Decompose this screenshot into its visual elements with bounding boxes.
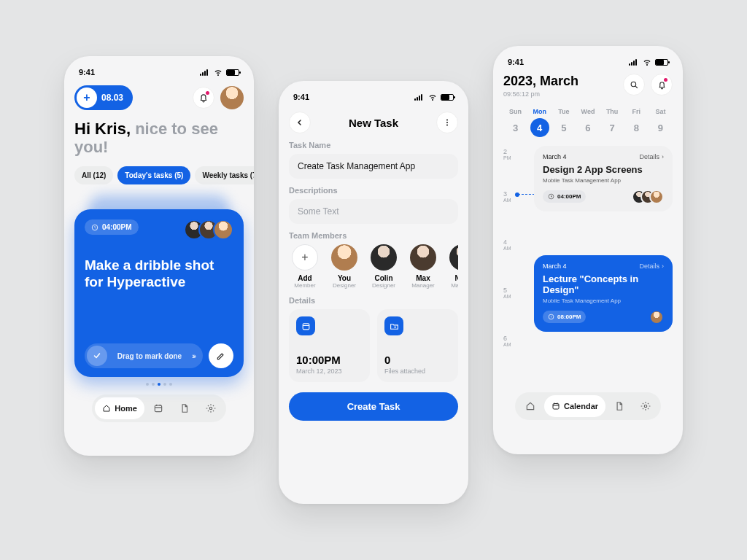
- create-task-button[interactable]: Create Task: [289, 392, 458, 421]
- svg-rect-10: [553, 404, 559, 410]
- member-colin[interactable]: Colin Designer: [368, 244, 400, 289]
- add-member-button[interactable]: + Add Member: [289, 244, 321, 289]
- status-bar: 9:41: [289, 91, 458, 109]
- chevrons-icon: ›››: [192, 352, 201, 360]
- swipe-knob[interactable]: [87, 346, 107, 366]
- chip-today[interactable]: Today's tasks (5): [117, 166, 190, 184]
- task-name-input[interactable]: Create Task Management App: [289, 154, 458, 179]
- hour-label: 6AM: [503, 335, 511, 347]
- tab-home[interactable]: [518, 395, 543, 417]
- battery-icon: [441, 94, 454, 101]
- calendar-screen: 9:41 2023, March 09:56:12 pm Sun3 Mon4 T…: [493, 46, 683, 454]
- weekday-tue[interactable]: Tue5: [551, 108, 576, 137]
- weekday-fri[interactable]: Fri8: [624, 108, 649, 137]
- bell-icon: [198, 93, 209, 103]
- pencil-icon: [216, 351, 226, 361]
- home-screen: 9:41 + 08.03 Hi Kris, nice to see you!: [64, 56, 254, 456]
- event-details-link[interactable]: Details ›: [639, 153, 664, 160]
- notifications-button[interactable]: [651, 74, 673, 96]
- edit-task-button[interactable]: [209, 343, 233, 368]
- page-title: New Task: [349, 117, 398, 129]
- check-icon: [93, 351, 101, 360]
- hour-label: 3AM: [503, 191, 511, 203]
- tab-calendar[interactable]: Calendar: [544, 395, 605, 417]
- detail-time-card[interactable]: 10:00PM March 12, 2023: [289, 309, 370, 382]
- current-time: 09:56:12 pm: [503, 90, 578, 98]
- avatar: [213, 219, 233, 240]
- weekday-mon[interactable]: Mon4: [527, 108, 551, 137]
- chip-all[interactable]: All (12): [74, 166, 113, 184]
- swipe-done-track[interactable]: Drag to mark done ›››: [85, 343, 203, 368]
- member-you[interactable]: You Designer: [328, 244, 360, 289]
- hour-label: 2PM: [503, 149, 511, 160]
- task-card-stack: 04:00PM Make a dribble shot for Hyperact…: [74, 196, 244, 377]
- event-card-lecture[interactable]: March 4Details › Lecture "Concepts in De…: [534, 255, 673, 332]
- tab-settings[interactable]: [633, 395, 658, 417]
- back-button[interactable]: [289, 112, 311, 133]
- gear-icon: [640, 401, 651, 411]
- svg-point-7: [631, 82, 636, 87]
- clock-icon: [548, 193, 554, 200]
- chip-weekly[interactable]: Weekly tasks (7): [195, 166, 254, 184]
- weekday-sat[interactable]: Sat9: [649, 108, 673, 137]
- description-input[interactable]: Some Text: [289, 199, 458, 224]
- greeting-name: Hi Kris,: [74, 120, 131, 138]
- weekday-thu[interactable]: Thu7: [600, 108, 624, 137]
- event-title: Lecture "Concepts in Design": [543, 274, 664, 296]
- new-task-screen: 9:41 New Task Task Name Create Task Mana…: [279, 81, 468, 504]
- more-button[interactable]: [436, 112, 458, 133]
- wifi-icon: [428, 93, 437, 101]
- calendar-icon: [296, 316, 315, 335]
- calendar-icon: [551, 402, 560, 411]
- clock-icon: [548, 314, 554, 320]
- tab-calendar[interactable]: [146, 397, 171, 419]
- detail-files-card[interactable]: 0 Files attached: [377, 309, 458, 382]
- svg-point-4: [446, 122, 448, 123]
- event-card-design-screens[interactable]: March 4Details › Design 2 App Screens Mo…: [534, 146, 673, 211]
- plus-icon: +: [292, 244, 318, 271]
- swipe-label: Drag to mark done: [107, 352, 192, 360]
- home-icon: [102, 404, 111, 413]
- tab-files[interactable]: [607, 395, 632, 417]
- svg-point-5: [446, 125, 448, 126]
- event-assignees: [649, 310, 664, 324]
- plus-icon: +: [77, 88, 97, 108]
- filter-chips: All (12) Today's tasks (5) Weekly tasks …: [74, 166, 244, 184]
- date-add-pill[interactable]: + 08.03: [74, 85, 133, 110]
- task-time-chip: 04:00PM: [85, 219, 139, 235]
- weekday-wed[interactable]: Wed6: [576, 108, 600, 137]
- svg-point-2: [209, 408, 212, 411]
- member-max[interactable]: Max Manager: [407, 244, 439, 289]
- event-title: Design 2 App Screens: [543, 165, 664, 176]
- wifi-icon: [214, 68, 222, 77]
- bottom-tabbar: Home: [74, 394, 244, 422]
- label-team-members: Team Members: [289, 231, 458, 240]
- event-details-link[interactable]: Details ›: [639, 262, 664, 270]
- home-icon: [525, 401, 535, 411]
- signal-icon: [414, 93, 425, 101]
- svg-rect-1: [155, 405, 161, 412]
- tab-settings[interactable]: [198, 397, 223, 419]
- file-icon: [614, 401, 624, 411]
- hour-label: 4AM: [503, 239, 511, 251]
- team-members-list: + Add Member You Designer Colin Designer…: [289, 244, 458, 289]
- tab-files[interactable]: [172, 397, 197, 419]
- week-strip: Sun3 Mon4 Tue5 Wed6 Thu7 Fri8 Sat9: [503, 108, 673, 137]
- search-button[interactable]: [623, 74, 645, 96]
- notifications-button[interactable]: [193, 87, 214, 109]
- status-bar: 9:41: [503, 56, 673, 74]
- detail-time-value: 10:00PM: [296, 354, 363, 366]
- file-icon: [179, 403, 190, 413]
- event-time-chip: 04:00PM: [543, 190, 586, 203]
- member-nick[interactable]: Nick Manager: [446, 244, 458, 289]
- detail-files-value: 0: [384, 354, 451, 366]
- month-title: 2023, March: [503, 74, 578, 89]
- folder-icon: [384, 316, 403, 335]
- svg-point-3: [446, 120, 448, 121]
- weekday-sun[interactable]: Sun3: [503, 108, 527, 137]
- tab-home[interactable]: Home: [95, 397, 144, 419]
- label-descriptions: Descriptions: [289, 186, 458, 195]
- profile-avatar[interactable]: [220, 86, 244, 109]
- task-card[interactable]: 04:00PM Make a dribble shot for Hyperact…: [74, 209, 244, 377]
- clock-icon: [91, 224, 98, 231]
